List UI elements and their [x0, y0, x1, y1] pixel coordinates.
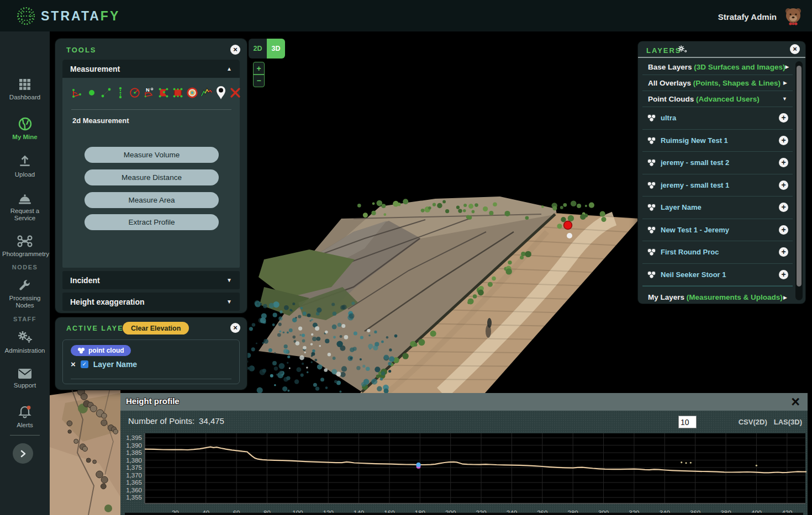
pin-icon[interactable]: [215, 87, 227, 99]
export-las-button[interactable]: LAS(3D): [774, 418, 802, 426]
point-cloud-layer-row: jeremy - small test 2 +: [642, 152, 793, 174]
scrollbar-thumb[interactable]: [797, 66, 802, 286]
angle-icon[interactable]: [71, 87, 83, 99]
height-exaggeration-section-header[interactable]: Height exaggeration ▼: [62, 293, 240, 311]
user-avatar[interactable]: [783, 6, 803, 28]
azimuth-icon[interactable]: N: [143, 87, 155, 99]
add-layer-button[interactable]: +: [779, 113, 788, 123]
add-layer-button[interactable]: +: [779, 180, 788, 190]
add-layer-button[interactable]: +: [779, 247, 788, 257]
sidebar-item-upload[interactable]: Upload: [0, 154, 50, 178]
layer-name-link[interactable]: Ruimsig New Test 1: [661, 136, 779, 145]
measure-distance-button[interactable]: Measure Distance: [85, 169, 219, 185]
incident-section-header[interactable]: Incident ▼: [62, 271, 240, 289]
height-profile-close-icon[interactable]: ×: [791, 393, 800, 411]
gears-icon: [0, 330, 50, 344]
chevron-right-icon: ▶: [785, 64, 789, 70]
chart-scrollbar-track[interactable]: [125, 513, 803, 515]
layers-settings-gear-icon[interactable]: [677, 45, 689, 57]
upload-icon: [0, 154, 50, 168]
clear-elevation-button[interactable]: Clear Elevation: [123, 322, 189, 335]
remove-layer-icon[interactable]: ×: [71, 360, 76, 368]
layers-close-button[interactable]: ×: [790, 44, 800, 54]
point-cloud-layer-row: New Test 1 - Jeremy +: [642, 219, 793, 242]
svg-text:1,360: 1,360: [126, 487, 142, 493]
toggle-2d-button[interactable]: 2D: [249, 39, 267, 59]
layers-scrollbar[interactable]: [795, 61, 803, 300]
layer-name-link[interactable]: Layer Name: [661, 203, 779, 211]
point-clouds-group-row[interactable]: Point Clouds (Advanced Users) ▼: [642, 91, 793, 107]
layers-panel-title: LAYERS: [646, 46, 682, 55]
volume-icon[interactable]: [172, 87, 184, 99]
add-layer-button[interactable]: +: [779, 203, 788, 212]
profile-icon[interactable]: [201, 87, 213, 99]
user-name[interactable]: Stratafy Admin: [718, 12, 777, 22]
height-profile-titlebar[interactable]: Height profile ×: [120, 393, 808, 411]
chevron-down-icon: ▼: [782, 96, 787, 102]
svg-text:1,385: 1,385: [126, 449, 142, 456]
base-layers-group-row[interactable]: Base Layers (3D Surfaces and Images) ▶: [642, 59, 793, 75]
collapse-down-icon: ▼: [226, 299, 232, 305]
sidebar-item-my-mine[interactable]: My Mine: [0, 117, 50, 141]
extract-profile-button[interactable]: Extract Profile: [85, 214, 219, 230]
divider: [71, 379, 231, 379]
sidebar-divider: [10, 435, 40, 436]
toggle-3d-button[interactable]: 3D: [267, 39, 285, 59]
radius-icon[interactable]: [129, 87, 141, 99]
my-layers-group-row[interactable]: My Layers (Measurements & Uploads) ▶: [642, 286, 793, 304]
sidebar-item-dashboard[interactable]: Dashboard: [0, 78, 50, 101]
top-header-bar: STRATAFY Stratafy Admin: [0, 0, 812, 31]
export-csv-button[interactable]: CSV(2D): [739, 418, 767, 426]
red-marker[interactable]: [564, 221, 572, 230]
measure-volume-button[interactable]: Measure Volume: [85, 147, 219, 163]
white-marker[interactable]: [567, 233, 572, 238]
height-icon[interactable]: [114, 87, 126, 99]
svg-text:1,395: 1,395: [126, 434, 142, 441]
all-overlays-group-row[interactable]: All Overlays (Points, Shapes & Lines) ▶: [642, 75, 793, 91]
layer-name-link[interactable]: Neil Seeker Stoor 1: [661, 270, 779, 279]
height-profile-chart[interactable]: 1,3551,3601,3651,3701,3751,3801,3851,390…: [122, 431, 806, 513]
svg-text:1,355: 1,355: [126, 494, 142, 501]
point-icon[interactable]: [86, 87, 98, 99]
sidebar-item-photogrammetry[interactable]: Photogrammetry: [0, 235, 50, 258]
chevron-right-icon: [20, 450, 27, 458]
add-layer-button[interactable]: +: [779, 136, 788, 145]
point-cloud-layer-row: jeremy - small test 1 +: [642, 174, 793, 197]
layer-name-link[interactable]: jeremy - small test 1: [661, 181, 779, 189]
active-layers-close-button[interactable]: ×: [230, 323, 240, 333]
dimension-toggle: 2D 3D: [249, 39, 285, 59]
zoom-out-button[interactable]: −: [254, 75, 264, 87]
sidebar-item-request-service[interactable]: Request a Service: [0, 193, 50, 222]
add-layer-button[interactable]: +: [779, 270, 788, 279]
zoom-in-button[interactable]: +: [254, 62, 264, 74]
sidebar-item-administration[interactable]: Administration: [0, 330, 50, 354]
add-layer-button[interactable]: +: [779, 158, 788, 167]
layer-visibility-checkbox[interactable]: ✓: [81, 360, 88, 368]
globe-icon: [0, 117, 50, 131]
sidebar-expand-button[interactable]: [13, 443, 33, 464]
sidebar-item-processing-nodes[interactable]: Processing Nodes: [0, 279, 50, 309]
tools-close-button[interactable]: ×: [230, 45, 240, 55]
sidebar-section-staff: STAFF: [0, 316, 50, 322]
layer-name-link[interactable]: New Test 1 - Jeremy: [661, 226, 779, 234]
brand-logo[interactable]: STRATAFY: [14, 4, 120, 28]
layer-name-link[interactable]: jeremy - small test 2: [661, 158, 779, 167]
active-layer-name[interactable]: Layer Name: [93, 360, 137, 369]
interval-input[interactable]: [678, 416, 697, 428]
layer-name-link[interactable]: ultra: [661, 114, 779, 122]
sidebar-section-nodes: NODES: [0, 264, 50, 270]
sidebar-item-support[interactable]: Support: [0, 368, 50, 389]
measure-area-button[interactable]: Measure Area: [85, 192, 219, 208]
layer-name-link[interactable]: First Round Proc: [661, 248, 779, 256]
add-layer-button[interactable]: +: [779, 225, 788, 235]
sidebar-item-alerts[interactable]: Alerts: [0, 405, 50, 429]
point-cloud-icon: [647, 248, 656, 256]
sidebar-nav: Dashboard My Mine Upload Request a Servi…: [0, 31, 50, 515]
area-icon[interactable]: [157, 87, 170, 99]
measurement-section-body: N 2d Measurement Measure Volume Measure …: [62, 78, 240, 268]
line-icon[interactable]: [100, 87, 112, 99]
elevation-point-icon[interactable]: [186, 87, 198, 99]
active-layers-panel: ACTIVE LAYERS Clear Elevation × point cl…: [55, 317, 247, 390]
clear-icon[interactable]: [229, 87, 241, 99]
measurement-section-header[interactable]: Measurement ▲: [62, 60, 240, 78]
